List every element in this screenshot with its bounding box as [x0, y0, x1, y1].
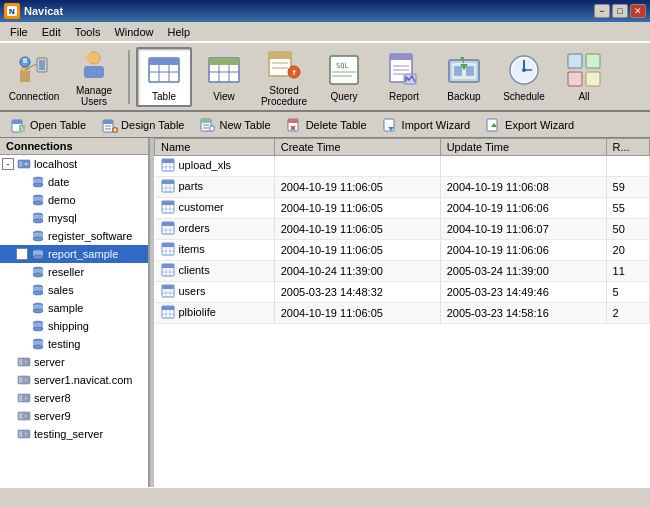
report-icon: [386, 52, 422, 88]
export-wizard-label: Export Wizard: [505, 119, 574, 131]
minimize-button[interactable]: −: [594, 4, 610, 18]
tree-expand-report_sample[interactable]: +: [16, 248, 28, 260]
cell-name: upload_xls: [155, 156, 275, 177]
col-header-name[interactable]: Name: [155, 139, 275, 156]
menu-edit[interactable]: Edit: [36, 24, 67, 40]
stored-procedure-icon: f: [266, 46, 302, 82]
tree-expand-sample: [16, 302, 28, 314]
svg-point-77: [33, 183, 43, 187]
table-row[interactable]: upload_xls: [155, 156, 650, 177]
tool-schedule[interactable]: Schedule: [496, 47, 552, 107]
db-icon: [30, 264, 46, 280]
table-row-icon: [161, 179, 175, 193]
cell-name: orders: [155, 219, 275, 240]
table-row[interactable]: orders2004-10-19 11:06:052004-10-19 11:0…: [155, 219, 650, 240]
delete-table-button[interactable]: Delete Table: [280, 114, 374, 136]
close-button[interactable]: ✕: [630, 4, 646, 18]
main-area: Connections - localhost date demo mysql: [0, 138, 650, 487]
svg-rect-122: [19, 431, 22, 437]
sidebar-item-date[interactable]: date: [0, 173, 148, 191]
db-icon: [30, 210, 46, 226]
maximize-button[interactable]: □: [612, 4, 628, 18]
sidebar-item-register_software[interactable]: register_software: [0, 227, 148, 245]
svg-rect-136: [162, 201, 174, 205]
cell-create-time: 2004-10-19 11:06:05: [274, 219, 440, 240]
table-row[interactable]: items2004-10-19 11:06:052004-10-19 11:06…: [155, 240, 650, 261]
sidebar-label-register_software: register_software: [48, 230, 132, 242]
svg-rect-49: [568, 72, 582, 86]
menu-window[interactable]: Window: [108, 24, 159, 40]
svg-text:N: N: [9, 7, 15, 16]
menu-help[interactable]: Help: [162, 24, 197, 40]
sidebar-item-server8[interactable]: server8: [0, 389, 148, 407]
delete-table-label: Delete Table: [306, 119, 367, 131]
db-icon: [30, 228, 46, 244]
tree-expand-server: [2, 356, 14, 368]
sidebar-item-server1-navicat[interactable]: server1.navicat.com: [0, 371, 148, 389]
menu-file[interactable]: File: [4, 24, 34, 40]
server2-icon: [16, 354, 32, 370]
server-icon: [16, 156, 32, 172]
table-row[interactable]: plbiolife2004-10-19 11:06:052005-03-23 1…: [155, 303, 650, 324]
table-row[interactable]: clients2004-10-24 11:39:002005-03-24 11:…: [155, 261, 650, 282]
new-table-button[interactable]: New Table: [193, 114, 277, 136]
tool-report[interactable]: Report: [376, 47, 432, 107]
menu-tools[interactable]: Tools: [69, 24, 107, 40]
svg-rect-131: [162, 180, 174, 184]
tool-connection[interactable]: Connection: [6, 47, 62, 107]
sidebar-item-mysql[interactable]: mysql: [0, 209, 148, 227]
open-table-button[interactable]: Open Table: [4, 114, 93, 136]
svg-rect-50: [586, 72, 600, 86]
svg-rect-13: [149, 58, 179, 65]
table-row[interactable]: customer2004-10-19 11:06:052004-10-19 11…: [155, 198, 650, 219]
tool-backup[interactable]: Backup: [436, 47, 492, 107]
svg-point-104: [33, 345, 43, 349]
app-title: Navicat: [24, 5, 63, 17]
tool-manage-users[interactable]: Manage Users: [66, 47, 122, 107]
table-row[interactable]: parts2004-10-19 11:06:052004-10-19 11:06…: [155, 177, 650, 198]
sidebar-item-sample[interactable]: sample: [0, 299, 148, 317]
export-wizard-button[interactable]: Export Wizard: [479, 114, 581, 136]
table-row-icon: [161, 263, 175, 277]
sidebar-item-testing_server[interactable]: testing_server: [0, 425, 148, 443]
sidebar-item-demo[interactable]: demo: [0, 191, 148, 209]
window-controls: − □ ✕: [594, 4, 646, 18]
tree-expand-localhost[interactable]: -: [2, 158, 14, 170]
table-row[interactable]: users2005-03-23 14:48:322005-03-23 14:49…: [155, 282, 650, 303]
cell-name: items: [155, 240, 275, 261]
col-header-update-time[interactable]: Update Time: [440, 139, 606, 156]
sidebar-item-report_sample[interactable]: + report_sample: [0, 245, 148, 263]
sidebar-item-server9[interactable]: server9: [0, 407, 148, 425]
cell-name: customer: [155, 198, 275, 219]
all-icon: [566, 52, 602, 88]
sidebar-item-sales[interactable]: sales: [0, 281, 148, 299]
design-table-button[interactable]: Design Table: [95, 114, 191, 136]
cell-update-time: 2005-03-23 14:49:46: [440, 282, 606, 303]
tool-manage-users-label: Manage Users: [69, 85, 119, 107]
tool-view[interactable]: View: [196, 47, 252, 107]
tool-stored-procedure[interactable]: f Stored Procedure: [256, 47, 312, 107]
sidebar-item-server[interactable]: server: [0, 353, 148, 371]
col-header-rows[interactable]: R...: [606, 139, 649, 156]
sidebar-item-shipping[interactable]: shipping: [0, 317, 148, 335]
tool-query[interactable]: SQL Query: [316, 47, 372, 107]
tree-expand-date: [16, 176, 28, 188]
sidebar-item-reseller[interactable]: reseller: [0, 263, 148, 281]
svg-point-74: [27, 163, 29, 165]
sidebar-label-shipping: shipping: [48, 320, 89, 332]
cell-rows: 20: [606, 240, 649, 261]
tree-expand-shipping: [16, 320, 28, 332]
col-header-create-time[interactable]: Create Time: [274, 139, 440, 156]
svg-point-101: [33, 327, 43, 331]
svg-rect-52: [12, 120, 22, 124]
tree-expand-sales: [16, 284, 28, 296]
sidebar-item-testing[interactable]: testing: [0, 335, 148, 353]
tool-table[interactable]: Table: [136, 47, 192, 107]
sidebar-item-localhost[interactable]: - localhost: [0, 155, 148, 173]
db-icon: [30, 336, 46, 352]
cell-create-time: 2004-10-19 11:06:05: [274, 198, 440, 219]
import-wizard-button[interactable]: Import Wizard: [376, 114, 477, 136]
svg-text:f: f: [293, 68, 296, 77]
design-table-label: Design Table: [121, 119, 184, 131]
tool-all[interactable]: All: [556, 47, 612, 107]
